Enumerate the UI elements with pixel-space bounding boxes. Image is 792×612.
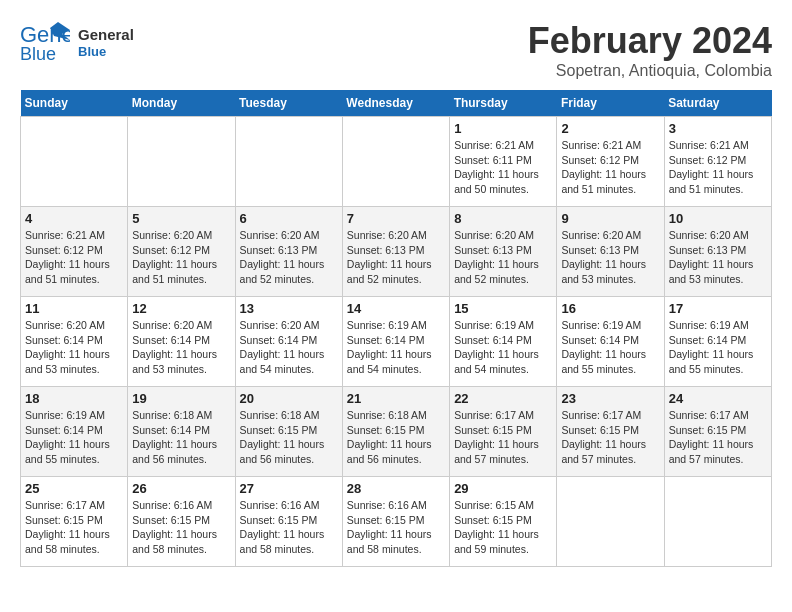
day-number: 17 bbox=[669, 301, 767, 316]
day-number: 26 bbox=[132, 481, 230, 496]
day-number: 6 bbox=[240, 211, 338, 226]
day-info: Sunrise: 6:20 AM Sunset: 6:13 PM Dayligh… bbox=[240, 228, 338, 287]
header-friday: Friday bbox=[557, 90, 664, 117]
day-info: Sunrise: 6:19 AM Sunset: 6:14 PM Dayligh… bbox=[454, 318, 552, 377]
day-info: Sunrise: 6:19 AM Sunset: 6:14 PM Dayligh… bbox=[25, 408, 123, 467]
day-number: 16 bbox=[561, 301, 659, 316]
calendar-cell: 27Sunrise: 6:16 AM Sunset: 6:15 PM Dayli… bbox=[235, 477, 342, 567]
calendar-cell: 28Sunrise: 6:16 AM Sunset: 6:15 PM Dayli… bbox=[342, 477, 449, 567]
calendar-cell: 20Sunrise: 6:18 AM Sunset: 6:15 PM Dayli… bbox=[235, 387, 342, 477]
calendar-cell: 8Sunrise: 6:20 AM Sunset: 6:13 PM Daylig… bbox=[450, 207, 557, 297]
week-row-4: 25Sunrise: 6:17 AM Sunset: 6:15 PM Dayli… bbox=[21, 477, 772, 567]
calendar-cell bbox=[664, 477, 771, 567]
calendar-cell: 14Sunrise: 6:19 AM Sunset: 6:14 PM Dayli… bbox=[342, 297, 449, 387]
day-number: 23 bbox=[561, 391, 659, 406]
calendar-cell bbox=[557, 477, 664, 567]
logo: General Blue General Blue bbox=[20, 20, 134, 65]
day-info: Sunrise: 6:18 AM Sunset: 6:14 PM Dayligh… bbox=[132, 408, 230, 467]
title-block: February 2024 Sopetran, Antioquia, Colom… bbox=[528, 20, 772, 80]
day-number: 5 bbox=[132, 211, 230, 226]
calendar-cell bbox=[128, 117, 235, 207]
day-info: Sunrise: 6:20 AM Sunset: 6:13 PM Dayligh… bbox=[347, 228, 445, 287]
calendar-cell: 26Sunrise: 6:16 AM Sunset: 6:15 PM Dayli… bbox=[128, 477, 235, 567]
day-number: 7 bbox=[347, 211, 445, 226]
calendar-cell: 7Sunrise: 6:20 AM Sunset: 6:13 PM Daylig… bbox=[342, 207, 449, 297]
calendar-cell: 24Sunrise: 6:17 AM Sunset: 6:15 PM Dayli… bbox=[664, 387, 771, 477]
day-info: Sunrise: 6:21 AM Sunset: 6:12 PM Dayligh… bbox=[561, 138, 659, 197]
calendar-cell: 10Sunrise: 6:20 AM Sunset: 6:13 PM Dayli… bbox=[664, 207, 771, 297]
calendar-cell: 5Sunrise: 6:20 AM Sunset: 6:12 PM Daylig… bbox=[128, 207, 235, 297]
day-number: 10 bbox=[669, 211, 767, 226]
calendar-cell: 23Sunrise: 6:17 AM Sunset: 6:15 PM Dayli… bbox=[557, 387, 664, 477]
calendar-cell: 2Sunrise: 6:21 AM Sunset: 6:12 PM Daylig… bbox=[557, 117, 664, 207]
logo-bird-icon: General Blue bbox=[20, 20, 70, 65]
day-info: Sunrise: 6:17 AM Sunset: 6:15 PM Dayligh… bbox=[561, 408, 659, 467]
header-saturday: Saturday bbox=[664, 90, 771, 117]
day-info: Sunrise: 6:16 AM Sunset: 6:15 PM Dayligh… bbox=[240, 498, 338, 557]
calendar-cell bbox=[21, 117, 128, 207]
calendar-cell: 6Sunrise: 6:20 AM Sunset: 6:13 PM Daylig… bbox=[235, 207, 342, 297]
day-number: 14 bbox=[347, 301, 445, 316]
week-row-3: 18Sunrise: 6:19 AM Sunset: 6:14 PM Dayli… bbox=[21, 387, 772, 477]
week-row-0: 1Sunrise: 6:21 AM Sunset: 6:11 PM Daylig… bbox=[21, 117, 772, 207]
page-subtitle: Sopetran, Antioquia, Colombia bbox=[528, 62, 772, 80]
logo-line2: Blue bbox=[78, 44, 134, 60]
day-info: Sunrise: 6:18 AM Sunset: 6:15 PM Dayligh… bbox=[240, 408, 338, 467]
header-sunday: Sunday bbox=[21, 90, 128, 117]
calendar-cell: 21Sunrise: 6:18 AM Sunset: 6:15 PM Dayli… bbox=[342, 387, 449, 477]
day-number: 27 bbox=[240, 481, 338, 496]
calendar-cell: 4Sunrise: 6:21 AM Sunset: 6:12 PM Daylig… bbox=[21, 207, 128, 297]
calendar-cell: 25Sunrise: 6:17 AM Sunset: 6:15 PM Dayli… bbox=[21, 477, 128, 567]
calendar-body: 1Sunrise: 6:21 AM Sunset: 6:11 PM Daylig… bbox=[21, 117, 772, 567]
week-row-1: 4Sunrise: 6:21 AM Sunset: 6:12 PM Daylig… bbox=[21, 207, 772, 297]
day-info: Sunrise: 6:18 AM Sunset: 6:15 PM Dayligh… bbox=[347, 408, 445, 467]
svg-text:Blue: Blue bbox=[20, 44, 56, 64]
calendar-cell: 22Sunrise: 6:17 AM Sunset: 6:15 PM Dayli… bbox=[450, 387, 557, 477]
day-info: Sunrise: 6:20 AM Sunset: 6:13 PM Dayligh… bbox=[454, 228, 552, 287]
calendar-cell: 9Sunrise: 6:20 AM Sunset: 6:13 PM Daylig… bbox=[557, 207, 664, 297]
day-number: 9 bbox=[561, 211, 659, 226]
calendar-cell: 11Sunrise: 6:20 AM Sunset: 6:14 PM Dayli… bbox=[21, 297, 128, 387]
day-info: Sunrise: 6:21 AM Sunset: 6:11 PM Dayligh… bbox=[454, 138, 552, 197]
day-info: Sunrise: 6:20 AM Sunset: 6:12 PM Dayligh… bbox=[132, 228, 230, 287]
day-number: 21 bbox=[347, 391, 445, 406]
page-title: February 2024 bbox=[528, 20, 772, 62]
day-number: 4 bbox=[25, 211, 123, 226]
day-number: 18 bbox=[25, 391, 123, 406]
calendar-cell: 17Sunrise: 6:19 AM Sunset: 6:14 PM Dayli… bbox=[664, 297, 771, 387]
header-wednesday: Wednesday bbox=[342, 90, 449, 117]
calendar-cell: 16Sunrise: 6:19 AM Sunset: 6:14 PM Dayli… bbox=[557, 297, 664, 387]
header-thursday: Thursday bbox=[450, 90, 557, 117]
day-info: Sunrise: 6:19 AM Sunset: 6:14 PM Dayligh… bbox=[561, 318, 659, 377]
calendar-cell bbox=[342, 117, 449, 207]
calendar-cell: 29Sunrise: 6:15 AM Sunset: 6:15 PM Dayli… bbox=[450, 477, 557, 567]
day-info: Sunrise: 6:20 AM Sunset: 6:14 PM Dayligh… bbox=[25, 318, 123, 377]
day-info: Sunrise: 6:16 AM Sunset: 6:15 PM Dayligh… bbox=[132, 498, 230, 557]
day-info: Sunrise: 6:17 AM Sunset: 6:15 PM Dayligh… bbox=[454, 408, 552, 467]
day-number: 22 bbox=[454, 391, 552, 406]
day-info: Sunrise: 6:17 AM Sunset: 6:15 PM Dayligh… bbox=[669, 408, 767, 467]
day-number: 11 bbox=[25, 301, 123, 316]
day-number: 20 bbox=[240, 391, 338, 406]
day-number: 3 bbox=[669, 121, 767, 136]
day-info: Sunrise: 6:20 AM Sunset: 6:14 PM Dayligh… bbox=[132, 318, 230, 377]
day-number: 2 bbox=[561, 121, 659, 136]
day-number: 25 bbox=[25, 481, 123, 496]
logo-line1: General bbox=[78, 26, 134, 44]
calendar-cell: 1Sunrise: 6:21 AM Sunset: 6:11 PM Daylig… bbox=[450, 117, 557, 207]
day-number: 13 bbox=[240, 301, 338, 316]
day-info: Sunrise: 6:19 AM Sunset: 6:14 PM Dayligh… bbox=[347, 318, 445, 377]
day-info: Sunrise: 6:20 AM Sunset: 6:13 PM Dayligh… bbox=[669, 228, 767, 287]
header-monday: Monday bbox=[128, 90, 235, 117]
day-info: Sunrise: 6:17 AM Sunset: 6:15 PM Dayligh… bbox=[25, 498, 123, 557]
day-info: Sunrise: 6:20 AM Sunset: 6:13 PM Dayligh… bbox=[561, 228, 659, 287]
header-tuesday: Tuesday bbox=[235, 90, 342, 117]
calendar-header-row: SundayMondayTuesdayWednesdayThursdayFrid… bbox=[21, 90, 772, 117]
calendar-cell bbox=[235, 117, 342, 207]
day-number: 24 bbox=[669, 391, 767, 406]
day-number: 8 bbox=[454, 211, 552, 226]
day-info: Sunrise: 6:19 AM Sunset: 6:14 PM Dayligh… bbox=[669, 318, 767, 377]
day-number: 15 bbox=[454, 301, 552, 316]
day-info: Sunrise: 6:20 AM Sunset: 6:14 PM Dayligh… bbox=[240, 318, 338, 377]
day-number: 1 bbox=[454, 121, 552, 136]
